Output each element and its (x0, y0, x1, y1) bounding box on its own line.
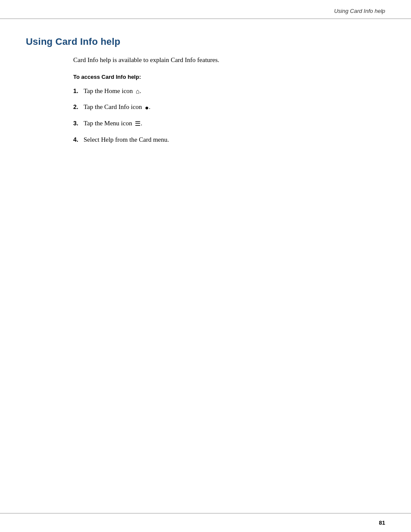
page-number: 81 (379, 520, 385, 526)
list-item: 4. Select Help from the Card menu. (73, 135, 385, 145)
step-number-1: 1. (73, 87, 84, 96)
step-text-3: Tap the Menu icon ☰. (84, 118, 142, 129)
page-footer: 81 (0, 513, 411, 532)
menu-icon: ☰ (135, 119, 140, 129)
page-header: Using Card Info help (0, 0, 411, 19)
header-title: Using Card Info help (334, 8, 385, 14)
step-text-4: Select Help from the Card menu. (84, 135, 169, 145)
sub-heading: To access Card Info help: (73, 74, 385, 80)
list-item: 1. Tap the Home icon ⌂. (73, 86, 385, 96)
intro-paragraph: Card Info help is available to explain C… (73, 55, 385, 65)
page-container: Using Card Info help Using Card Info hel… (0, 0, 411, 532)
card-info-icon: ● (145, 103, 149, 113)
list-item: 2. Tap the Card Info icon ●. (73, 102, 385, 112)
step-number-3: 3. (73, 119, 84, 128)
step-text-1: Tap the Home icon ⌂. (84, 86, 141, 96)
section-title: Using Card Info help (26, 36, 385, 47)
home-icon: ⌂ (136, 87, 140, 96)
step-number-4: 4. (73, 135, 84, 144)
steps-list: 1. Tap the Home icon ⌂. 2. Tap the Card … (73, 86, 385, 145)
list-item: 3. Tap the Menu icon ☰. (73, 118, 385, 129)
step-text-2: Tap the Card Info icon ●. (84, 102, 150, 112)
step-number-2: 2. (73, 103, 84, 112)
main-content: Using Card Info help Card Info help is a… (0, 19, 411, 176)
